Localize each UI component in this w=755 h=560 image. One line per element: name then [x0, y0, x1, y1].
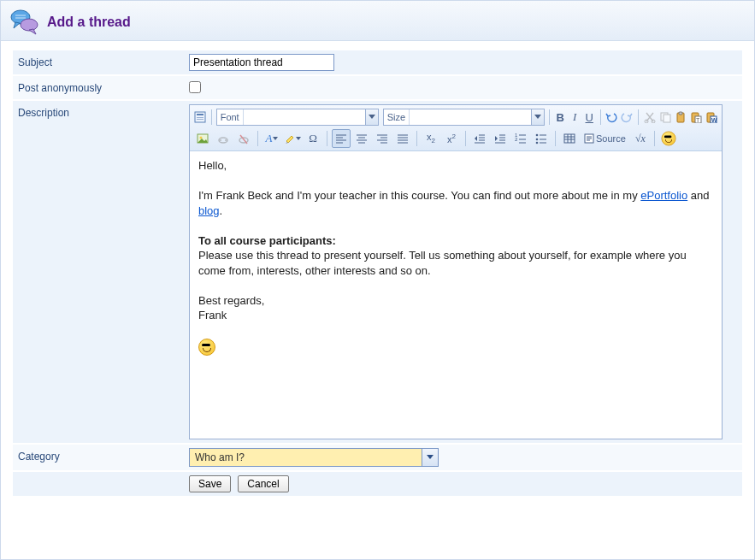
- indent-button[interactable]: [491, 129, 510, 148]
- unordered-list-button[interactable]: [532, 129, 551, 148]
- source-button[interactable]: Source: [581, 129, 629, 148]
- eportfolio-link[interactable]: ePortfolio: [640, 189, 687, 202]
- blog-link[interactable]: blog: [198, 204, 220, 217]
- paste-button[interactable]: [674, 108, 687, 127]
- copy-button[interactable]: [658, 108, 672, 127]
- editor-toolbar: Font Size B I: [190, 105, 722, 151]
- unlink-button[interactable]: [234, 129, 253, 148]
- italic-button[interactable]: I: [569, 108, 581, 127]
- label-post-anon: Post anonymously: [18, 80, 189, 94]
- bold-button[interactable]: B: [554, 108, 567, 127]
- label-category: Category: [18, 448, 189, 463]
- special-char-button[interactable]: Ω: [304, 129, 322, 148]
- svg-text:W: W: [711, 117, 717, 123]
- row-subject: Subject: [13, 50, 742, 75]
- font-value[interactable]: [243, 109, 365, 125]
- svg-point-56: [536, 134, 539, 137]
- paste-word-button[interactable]: W: [705, 108, 718, 127]
- font-combo[interactable]: Font: [216, 109, 379, 126]
- cancel-button[interactable]: Cancel: [238, 475, 288, 492]
- page-header: Add a thread: [1, 1, 754, 41]
- label-description: Description: [18, 104, 189, 119]
- thread-form: Subject Post anonymously Description: [1, 41, 754, 497]
- editor-line: Frank: [198, 308, 713, 323]
- templates-icon[interactable]: [193, 108, 207, 127]
- category-selected-value: Who am I?: [190, 449, 422, 466]
- align-right-button[interactable]: [373, 129, 392, 148]
- svg-rect-6: [197, 117, 203, 118]
- cut-button[interactable]: [643, 108, 657, 127]
- subject-input[interactable]: [189, 54, 334, 71]
- svg-rect-7: [197, 119, 203, 120]
- svg-point-58: [536, 142, 539, 144]
- subscript-button[interactable]: x2: [422, 129, 440, 148]
- category-select[interactable]: Who am I?: [189, 448, 439, 467]
- add-thread-page: Add a thread Subject Post anonymously De…: [0, 0, 755, 560]
- align-left-button[interactable]: [332, 129, 351, 148]
- highlight-button[interactable]: [283, 129, 302, 148]
- editor-body[interactable]: Hello, I'm Frank Beck and I'm your teach…: [190, 151, 722, 439]
- link-button[interactable]: [214, 129, 233, 148]
- svg-rect-11: [664, 115, 670, 122]
- superscript-button[interactable]: x2: [442, 129, 461, 148]
- undo-button[interactable]: [605, 108, 618, 127]
- ordered-list-button[interactable]: 12: [511, 129, 530, 148]
- redo-button[interactable]: [620, 108, 634, 127]
- row-post-anon: Post anonymously: [13, 75, 742, 100]
- save-button[interactable]: Save: [189, 475, 231, 492]
- size-value[interactable]: [409, 109, 531, 125]
- chevron-down-icon[interactable]: [422, 449, 438, 466]
- rich-text-editor: Font Size B I: [189, 104, 723, 439]
- svg-point-23: [220, 139, 221, 141]
- smiley-button[interactable]: [659, 129, 678, 148]
- outdent-button[interactable]: [470, 129, 489, 148]
- editor-line: Best regards,: [198, 293, 713, 309]
- table-button[interactable]: [560, 129, 579, 148]
- image-button[interactable]: [193, 129, 212, 148]
- svg-text:T: T: [696, 117, 700, 123]
- svg-rect-62: [564, 134, 575, 143]
- size-combo[interactable]: Size: [383, 109, 545, 126]
- chevron-down-icon[interactable]: [365, 109, 378, 125]
- chevron-down-icon[interactable]: [531, 109, 544, 125]
- paste-text-button[interactable]: T: [689, 108, 703, 127]
- underline-button[interactable]: U: [583, 108, 596, 127]
- editor-line: I'm Frank Beck and I'm your teacher in t…: [198, 188, 713, 218]
- svg-point-24: [225, 139, 227, 141]
- align-justify-button[interactable]: [393, 129, 412, 148]
- svg-text:2: 2: [515, 137, 518, 142]
- row-category: Category Who am I?: [13, 444, 742, 471]
- align-center-button[interactable]: [352, 129, 371, 148]
- discussion-icon: [9, 8, 40, 37]
- svg-rect-5: [197, 114, 203, 115]
- svg-rect-13: [679, 112, 682, 115]
- post-anon-checkbox[interactable]: [189, 81, 201, 93]
- editor-line: Hello,: [198, 158, 713, 174]
- svg-point-57: [536, 139, 539, 141]
- text-color-button[interactable]: A: [262, 129, 281, 148]
- equation-button[interactable]: √x: [631, 129, 650, 148]
- cool-smiley-icon: [198, 339, 215, 356]
- row-description: Description Font S: [13, 100, 742, 444]
- label-subject: Subject: [18, 54, 189, 68]
- row-buttons: Save Cancel: [13, 471, 742, 497]
- editor-line: To all course participants: Please use t…: [198, 233, 713, 279]
- svg-point-1: [21, 19, 38, 31]
- page-title: Add a thread: [47, 15, 131, 30]
